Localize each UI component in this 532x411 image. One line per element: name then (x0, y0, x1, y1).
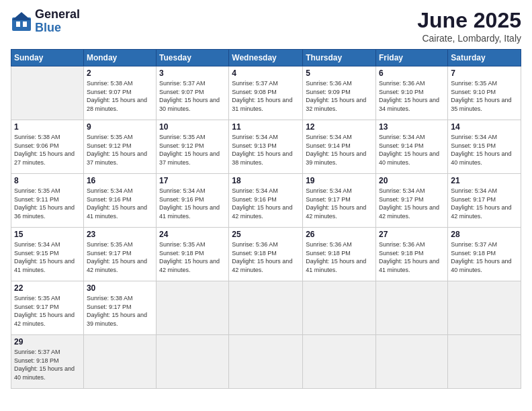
week-row-3: 15Sunrise: 5:34 AMSunset: 9:15 PMDayligh… (11, 228, 521, 281)
day-info: Sunrise: 5:37 AMSunset: 9:18 PMDaylight:… (451, 240, 518, 274)
calendar-cell (229, 281, 303, 335)
day-info: Sunrise: 5:37 AMSunset: 9:08 PMDaylight:… (232, 79, 300, 113)
day-number: 12 (306, 122, 373, 132)
day-number: 24 (159, 230, 226, 239)
page-header: General Blue June 2025 Cairate, Lombardy… (11, 8, 521, 44)
calendar-cell: 11Sunrise: 5:34 AMSunset: 9:13 PMDayligh… (229, 120, 303, 174)
calendar-cell: 17Sunrise: 5:34 AMSunset: 9:16 PMDayligh… (157, 174, 229, 228)
day-number: 22 (14, 283, 81, 293)
calendar-cell (303, 335, 376, 389)
calendar-cell: 21Sunrise: 5:34 AMSunset: 9:17 PMDayligh… (448, 174, 521, 228)
day-info: Sunrise: 5:36 AMSunset: 9:18 PMDaylight:… (306, 240, 373, 274)
calendar-cell (157, 335, 229, 389)
day-info: Sunrise: 5:35 AMSunset: 9:18 PMDaylight:… (159, 240, 226, 274)
calendar-cell: 18Sunrise: 5:34 AMSunset: 9:16 PMDayligh… (229, 174, 303, 228)
day-number: 21 (451, 176, 518, 185)
calendar-cell: 7Sunrise: 5:35 AMSunset: 9:10 PMDaylight… (448, 66, 521, 120)
calendar-cell: 16Sunrise: 5:34 AMSunset: 9:16 PMDayligh… (83, 174, 156, 228)
day-number: 28 (451, 230, 518, 239)
day-info: Sunrise: 5:38 AMSunset: 9:06 PMDaylight:… (14, 133, 81, 167)
calendar-cell: 28Sunrise: 5:37 AMSunset: 9:18 PMDayligh… (448, 228, 521, 281)
day-number: 30 (87, 283, 153, 293)
week-row-5: 29Sunrise: 5:37 AMSunset: 9:18 PMDayligh… (11, 335, 521, 389)
week-row-2: 8Sunrise: 5:35 AMSunset: 9:11 PMDaylight… (11, 174, 521, 228)
calendar-cell: 3Sunrise: 5:37 AMSunset: 9:07 PMDaylight… (157, 66, 229, 120)
calendar-cell: 13Sunrise: 5:34 AMSunset: 9:14 PMDayligh… (376, 120, 448, 174)
day-number: 23 (87, 230, 153, 239)
logo-general: General (35, 8, 80, 21)
week-row-0: 2Sunrise: 5:38 AMSunset: 9:07 PMDaylight… (11, 66, 521, 120)
day-info: Sunrise: 5:34 AMSunset: 9:14 PMDaylight:… (306, 133, 373, 167)
day-info: Sunrise: 5:36 AMSunset: 9:18 PMDaylight:… (379, 240, 445, 274)
day-number: 14 (451, 122, 518, 132)
calendar-table: SundayMondayTuesdayWednesdayThursdayFrid… (11, 49, 521, 389)
day-number: 26 (306, 230, 373, 239)
day-info: Sunrise: 5:38 AMSunset: 9:07 PMDaylight:… (87, 79, 153, 113)
day-info: Sunrise: 5:34 AMSunset: 9:15 PMDaylight:… (14, 240, 81, 274)
weekday-header-friday: Friday (376, 50, 448, 66)
day-number: 20 (379, 176, 445, 185)
calendar-cell: 24Sunrise: 5:35 AMSunset: 9:18 PMDayligh… (157, 228, 229, 281)
day-info: Sunrise: 5:34 AMSunset: 9:16 PMDaylight:… (159, 187, 226, 220)
calendar-cell: 30Sunrise: 5:38 AMSunset: 9:17 PMDayligh… (83, 281, 156, 335)
day-number: 16 (87, 176, 153, 185)
day-info: Sunrise: 5:38 AMSunset: 9:17 PMDaylight:… (87, 294, 153, 328)
month-title: June 2025 (417, 8, 521, 33)
svg-marker-1 (12, 12, 31, 20)
day-info: Sunrise: 5:34 AMSunset: 9:17 PMDaylight:… (306, 187, 373, 220)
day-info: Sunrise: 5:35 AMSunset: 9:12 PMDaylight:… (87, 133, 153, 167)
logo-icon (11, 11, 32, 32)
calendar-cell: 9Sunrise: 5:35 AMSunset: 9:12 PMDaylight… (83, 120, 156, 174)
title-area: June 2025 Cairate, Lombardy, Italy (417, 8, 521, 44)
day-number: 18 (232, 176, 300, 185)
calendar-cell: 6Sunrise: 5:36 AMSunset: 9:10 PMDaylight… (376, 66, 448, 120)
day-info: Sunrise: 5:36 AMSunset: 9:09 PMDaylight:… (306, 79, 373, 113)
logo-text: General Blue (35, 8, 80, 35)
day-number: 17 (159, 176, 226, 185)
calendar-cell: 1Sunrise: 5:38 AMSunset: 9:06 PMDaylight… (11, 120, 84, 174)
day-number: 4 (232, 68, 300, 78)
day-info: Sunrise: 5:34 AMSunset: 9:16 PMDaylight:… (87, 187, 153, 220)
day-number: 15 (14, 230, 81, 239)
calendar-cell (303, 281, 376, 335)
day-info: Sunrise: 5:36 AMSunset: 9:10 PMDaylight:… (379, 79, 445, 113)
calendar-cell: 20Sunrise: 5:34 AMSunset: 9:17 PMDayligh… (376, 174, 448, 228)
day-info: Sunrise: 5:34 AMSunset: 9:15 PMDaylight:… (451, 133, 518, 167)
weekday-header-wednesday: Wednesday (229, 50, 303, 66)
weekday-header-sunday: Sunday (11, 50, 84, 66)
calendar-cell (448, 281, 521, 335)
day-info: Sunrise: 5:34 AMSunset: 9:17 PMDaylight:… (451, 187, 518, 220)
day-number: 2 (87, 68, 153, 78)
logo-blue: Blue (35, 21, 80, 35)
day-info: Sunrise: 5:35 AMSunset: 9:10 PMDaylight:… (451, 79, 518, 113)
calendar-cell: 29Sunrise: 5:37 AMSunset: 9:18 PMDayligh… (11, 335, 84, 389)
calendar-cell: 12Sunrise: 5:34 AMSunset: 9:14 PMDayligh… (303, 120, 376, 174)
day-info: Sunrise: 5:35 AMSunset: 9:12 PMDaylight:… (159, 133, 226, 167)
weekday-header-monday: Monday (83, 50, 156, 66)
calendar-cell (376, 281, 448, 335)
weekday-header-tuesday: Tuesday (157, 50, 229, 66)
day-info: Sunrise: 5:34 AMSunset: 9:16 PMDaylight:… (232, 187, 300, 220)
calendar-cell: 23Sunrise: 5:35 AMSunset: 9:17 PMDayligh… (83, 228, 156, 281)
day-number: 13 (379, 122, 445, 132)
day-number: 25 (232, 230, 300, 239)
day-number: 29 (14, 337, 81, 347)
svg-rect-2 (16, 21, 20, 27)
week-row-4: 22Sunrise: 5:35 AMSunset: 9:17 PMDayligh… (11, 281, 521, 335)
logo-area: General Blue (11, 8, 80, 35)
day-number: 9 (87, 122, 153, 132)
calendar-cell: 5Sunrise: 5:36 AMSunset: 9:09 PMDaylight… (303, 66, 376, 120)
day-number: 8 (14, 176, 81, 185)
week-row-1: 1Sunrise: 5:38 AMSunset: 9:06 PMDaylight… (11, 120, 521, 174)
day-number: 11 (232, 122, 300, 132)
weekday-header-saturday: Saturday (448, 50, 521, 66)
calendar-cell: 26Sunrise: 5:36 AMSunset: 9:18 PMDayligh… (303, 228, 376, 281)
calendar-page: General Blue June 2025 Cairate, Lombardy… (0, 0, 532, 411)
day-number: 1 (14, 122, 81, 132)
day-info: Sunrise: 5:36 AMSunset: 9:18 PMDaylight:… (232, 240, 300, 274)
day-number: 7 (451, 68, 518, 78)
calendar-cell: 25Sunrise: 5:36 AMSunset: 9:18 PMDayligh… (229, 228, 303, 281)
calendar-cell (448, 335, 521, 389)
calendar-cell (83, 335, 156, 389)
svg-rect-3 (23, 21, 27, 27)
